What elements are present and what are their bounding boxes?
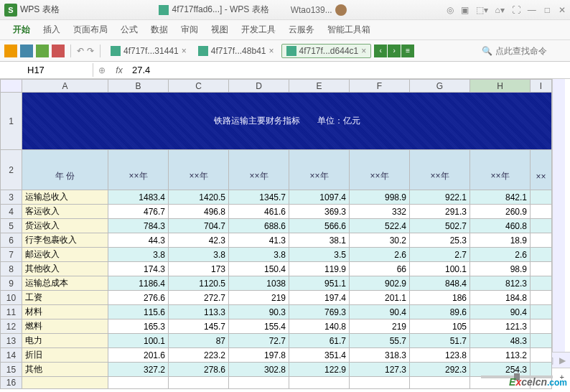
data-cell[interactable]: 72.7 bbox=[229, 334, 289, 348]
tab-next-button[interactable]: › bbox=[388, 45, 401, 57]
data-cell[interactable]: 784.3 bbox=[108, 219, 169, 233]
data-cell[interactable]: 502.7 bbox=[410, 219, 470, 233]
row-header-6[interactable]: 6 bbox=[1, 233, 22, 248]
row-header-15[interactable]: 15 bbox=[1, 363, 22, 377]
fx-expand-icon[interactable]: ⊕ bbox=[93, 65, 111, 75]
data-cell[interactable]: 2.7 bbox=[410, 248, 470, 262]
col-header-C[interactable]: C bbox=[169, 80, 229, 93]
data-cell[interactable] bbox=[531, 305, 552, 319]
data-cell[interactable]: 332 bbox=[350, 205, 410, 219]
data-cell[interactable]: 688.6 bbox=[229, 219, 289, 233]
row-label[interactable] bbox=[22, 377, 108, 389]
data-cell[interactable]: 219 bbox=[350, 319, 410, 334]
col-header-I[interactable]: I bbox=[531, 80, 552, 93]
data-cell[interactable]: 41.3 bbox=[229, 233, 289, 248]
tab-menu-button[interactable]: ≡ bbox=[401, 45, 414, 57]
data-cell[interactable]: 55.7 bbox=[350, 334, 410, 348]
row-header-14[interactable]: 14 bbox=[1, 348, 22, 363]
data-cell[interactable]: 174.3 bbox=[108, 262, 169, 276]
data-cell[interactable]: 150.4 bbox=[229, 262, 289, 276]
data-cell[interactable]: 89.6 bbox=[410, 305, 470, 319]
data-cell[interactable]: 173 bbox=[169, 262, 229, 276]
data-cell[interactable]: 223.2 bbox=[169, 348, 229, 363]
data-cell[interactable]: 902.9 bbox=[350, 276, 410, 291]
row-header-11[interactable]: 11 bbox=[1, 305, 22, 319]
col-header-D[interactable]: D bbox=[229, 80, 289, 93]
row-label[interactable]: 运输总成本 bbox=[22, 276, 108, 291]
data-cell[interactable]: 351.4 bbox=[289, 348, 350, 363]
data-cell[interactable]: 292.3 bbox=[410, 363, 470, 377]
user-label[interactable]: Wtao139... bbox=[291, 4, 347, 16]
data-cell[interactable]: 98.9 bbox=[470, 262, 531, 276]
data-cell[interactable]: 842.1 bbox=[470, 190, 531, 205]
data-cell[interactable] bbox=[531, 291, 552, 305]
data-cell[interactable]: 201.6 bbox=[108, 348, 169, 363]
data-cell[interactable]: 3.8 bbox=[229, 248, 289, 262]
data-cell[interactable]: 51.7 bbox=[410, 334, 470, 348]
data-cell[interactable]: 38.1 bbox=[289, 233, 350, 248]
title-icon-4[interactable]: ⌂▾ bbox=[495, 5, 505, 15]
data-cell[interactable]: 165.3 bbox=[108, 319, 169, 334]
data-cell[interactable]: 122.9 bbox=[289, 363, 350, 377]
data-cell[interactable]: 318.3 bbox=[350, 348, 410, 363]
data-cell[interactable]: 461.6 bbox=[229, 205, 289, 219]
data-cell[interactable]: 184.8 bbox=[470, 291, 531, 305]
data-cell[interactable]: 302.8 bbox=[229, 363, 289, 377]
menu-review[interactable]: 审阅 bbox=[175, 21, 204, 39]
open-icon[interactable] bbox=[4, 45, 17, 57]
data-cell[interactable]: 100.1 bbox=[108, 334, 169, 348]
data-cell[interactable]: 769.3 bbox=[289, 305, 350, 319]
data-cell[interactable]: 90.4 bbox=[350, 305, 410, 319]
col-header-A[interactable]: A bbox=[22, 80, 108, 93]
row-label[interactable]: 工资 bbox=[22, 291, 108, 305]
row-header-9[interactable]: 9 bbox=[1, 276, 22, 291]
menu-start[interactable]: 开始 bbox=[7, 21, 36, 39]
title-icon-1[interactable]: ◎ bbox=[447, 5, 454, 15]
data-cell[interactable]: 113.3 bbox=[169, 305, 229, 319]
menu-smarttools[interactable]: 智能工具箱 bbox=[322, 21, 376, 39]
data-cell[interactable]: 260.9 bbox=[470, 205, 531, 219]
row-label[interactable]: 邮运收入 bbox=[22, 248, 108, 262]
data-cell[interactable]: 121.3 bbox=[470, 319, 531, 334]
row-header-13[interactable]: 13 bbox=[1, 334, 22, 348]
vertical-scrollbar[interactable] bbox=[552, 79, 565, 352]
col-header-E[interactable]: E bbox=[289, 80, 350, 93]
data-cell[interactable]: 105 bbox=[410, 319, 470, 334]
row-header-8[interactable]: 8 bbox=[1, 262, 22, 276]
data-cell[interactable]: 145.7 bbox=[169, 319, 229, 334]
data-cell[interactable]: 201.1 bbox=[350, 291, 410, 305]
menu-cloud[interactable]: 云服务 bbox=[283, 21, 320, 39]
menu-pagelayout[interactable]: 页面布局 bbox=[67, 21, 113, 39]
fx-icon[interactable]: fx bbox=[111, 65, 128, 75]
undo-button[interactable]: ↶ bbox=[77, 46, 84, 56]
data-cell[interactable]: 327.2 bbox=[108, 363, 169, 377]
row-label[interactable]: 客运收入 bbox=[22, 205, 108, 219]
grid[interactable]: ABCDEFGHI1铁路运输主要财务指标 单位：亿元2年 份××年××年××年×… bbox=[0, 79, 552, 389]
row-label[interactable]: 燃料 bbox=[22, 319, 108, 334]
row-header-16[interactable]: 16 bbox=[1, 377, 22, 389]
data-cell[interactable]: 140.8 bbox=[289, 319, 350, 334]
row-label[interactable]: 行李包裹收入 bbox=[22, 233, 108, 248]
title-icon-5[interactable]: ⛶ bbox=[512, 5, 520, 15]
data-cell[interactable] bbox=[531, 190, 552, 205]
row-header-4[interactable]: 4 bbox=[1, 205, 22, 219]
row-header-12[interactable]: 12 bbox=[1, 319, 22, 334]
tab-prev-button[interactable]: ‹ bbox=[374, 45, 387, 57]
row-label[interactable]: 运输总收入 bbox=[22, 190, 108, 205]
data-cell[interactable]: 1097.4 bbox=[289, 190, 350, 205]
column-header-cell[interactable]: ××年 bbox=[470, 150, 531, 190]
column-header-cell[interactable]: ××年 bbox=[229, 150, 289, 190]
data-cell[interactable]: 922.1 bbox=[410, 190, 470, 205]
menu-insert[interactable]: 插入 bbox=[37, 21, 66, 39]
data-cell[interactable]: 197.8 bbox=[229, 348, 289, 363]
data-cell[interactable]: 496.8 bbox=[169, 205, 229, 219]
data-cell[interactable]: 25.3 bbox=[410, 233, 470, 248]
data-cell[interactable]: 197.4 bbox=[289, 291, 350, 305]
data-cell[interactable]: 522.4 bbox=[350, 219, 410, 233]
data-cell[interactable]: 115.6 bbox=[108, 305, 169, 319]
data-cell[interactable]: 254.3 bbox=[470, 363, 531, 377]
search-input[interactable] bbox=[495, 46, 560, 56]
row-header-7[interactable]: 7 bbox=[1, 248, 22, 262]
data-cell[interactable]: 278.6 bbox=[169, 363, 229, 377]
data-cell[interactable]: 113.2 bbox=[470, 348, 531, 363]
